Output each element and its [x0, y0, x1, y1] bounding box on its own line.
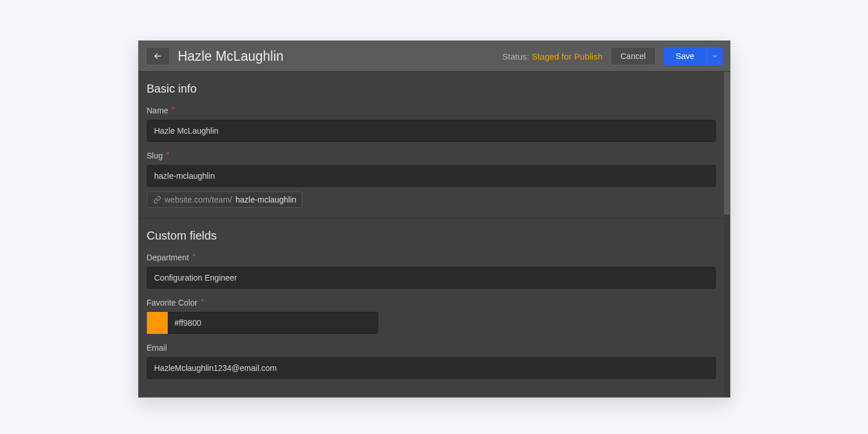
required-indicator: * — [167, 150, 169, 159]
url-prefix: website.com/team/ — [165, 195, 232, 204]
back-button[interactable] — [146, 47, 170, 65]
url-preview: website.com/team/hazle-mclaughlin — [147, 192, 303, 208]
slug-label-text: Slug — [147, 151, 163, 160]
favorite-color-label-text: Favorite Color — [147, 298, 198, 307]
page-title: Hazle McLaughlin — [178, 49, 503, 64]
favorite-color-field: Favorite Color * — [147, 298, 716, 334]
status-text: Status: Staged for Publish — [503, 52, 603, 61]
scrollbar-thumb[interactable] — [724, 72, 730, 215]
save-button[interactable]: Save — [664, 47, 707, 65]
basic-info-section: Basic info Name * Slug * — [139, 72, 724, 219]
field-label: Favorite Color * — [147, 298, 716, 307]
required-indicator: * — [201, 297, 204, 306]
content-area: Basic info Name * Slug * — [139, 72, 730, 397]
url-slug: hazle-mclaughlin — [235, 195, 296, 204]
custom-fields-section: Custom fields Department * Favorite Colo… — [139, 219, 724, 389]
header-bar: Hazle McLaughlin Status: Staged for Publ… — [139, 41, 730, 72]
status-label: Status: — [503, 52, 532, 61]
required-indicator: * — [172, 105, 175, 114]
color-field-wrapper — [147, 312, 378, 334]
department-input[interactable] — [147, 267, 716, 289]
link-icon — [153, 196, 161, 204]
email-label-text: Email — [147, 343, 167, 352]
field-label: Slug * — [147, 151, 716, 160]
slug-input[interactable] — [147, 165, 716, 187]
field-label: Department * — [147, 253, 716, 262]
save-dropdown-button[interactable] — [707, 47, 723, 65]
name-input[interactable] — [147, 120, 716, 142]
color-swatch[interactable] — [147, 312, 168, 334]
editor-panel: Hazle McLaughlin Status: Staged for Publ… — [138, 41, 730, 398]
name-label-text: Name — [147, 106, 168, 115]
slug-field: Slug * website.com/team/hazle-mclaughlin — [147, 151, 716, 208]
required-indicator: * — [193, 252, 195, 261]
name-field: Name * — [147, 106, 716, 142]
email-input[interactable] — [147, 357, 716, 379]
color-input[interactable] — [168, 312, 378, 334]
field-label: Email — [147, 343, 716, 352]
department-field: Department * — [147, 253, 716, 289]
status-value: Staged for Publish — [531, 52, 603, 61]
chevron-down-icon — [711, 53, 718, 60]
section-title: Custom fields — [147, 229, 716, 242]
email-field: Email — [147, 343, 716, 379]
arrow-left-icon — [153, 51, 163, 61]
section-title: Basic info — [147, 82, 716, 95]
field-label: Name * — [147, 106, 716, 115]
department-label-text: Department — [147, 253, 189, 262]
header-actions: Status: Staged for Publish Cancel Save — [503, 47, 723, 65]
save-button-group: Save — [664, 47, 723, 65]
scrollbar-track[interactable] — [724, 72, 730, 397]
cancel-button[interactable]: Cancel — [611, 47, 656, 65]
scroll-area: Basic info Name * Slug * — [139, 72, 724, 397]
